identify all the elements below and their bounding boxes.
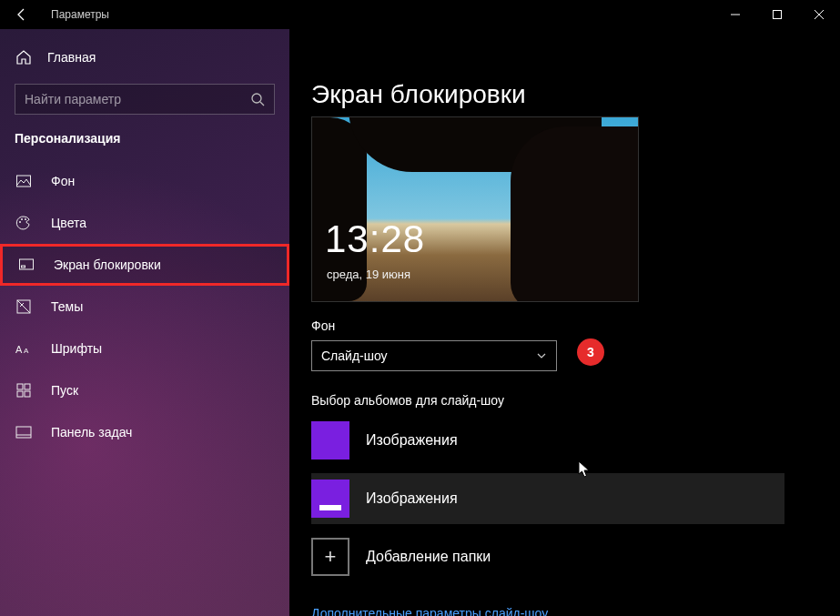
album-label: Изображения <box>366 432 458 449</box>
lockscreen-icon <box>17 257 35 273</box>
maximize-button[interactable] <box>756 0 798 29</box>
advanced-settings-link[interactable]: Дополнительные параметры слайд-шоу <box>311 606 548 616</box>
svg-rect-17 <box>16 427 31 438</box>
album-item[interactable]: Изображения <box>311 415 818 466</box>
sidebar: Главная Персонализация Фон Цвета <box>0 29 289 616</box>
home-label: Главная <box>47 50 96 65</box>
fonts-icon: AA <box>15 341 33 356</box>
svg-point-2 <box>252 94 261 103</box>
svg-rect-1 <box>774 11 782 19</box>
palette-icon <box>15 215 33 231</box>
sidebar-item-themes[interactable]: Темы <box>0 286 289 328</box>
section-title: Персонализация <box>0 131 289 160</box>
album-label: Изображения <box>366 490 458 507</box>
svg-point-7 <box>25 218 26 220</box>
svg-rect-16 <box>25 391 30 397</box>
svg-rect-14 <box>25 384 30 389</box>
sidebar-item-lockscreen[interactable]: Экран блокировки <box>0 244 289 286</box>
background-label: Фон <box>311 318 818 333</box>
dropdown-value: Слайд-шоу <box>321 348 388 363</box>
search-icon <box>250 92 265 106</box>
preview-time: 13:28 <box>325 217 425 261</box>
add-folder-button[interactable]: + Добавление папки <box>311 531 818 582</box>
sidebar-item-fonts[interactable]: AA Шрифты <box>0 328 289 369</box>
svg-rect-9 <box>22 266 25 268</box>
svg-line-3 <box>260 102 264 106</box>
svg-text:A: A <box>24 347 29 355</box>
picture-icon <box>15 173 33 189</box>
sidebar-item-label: Пуск <box>51 383 78 398</box>
taskbar-icon <box>15 426 33 439</box>
sidebar-item-label: Экран блокировки <box>54 258 161 272</box>
annotation-badge: 3 <box>577 338 604 366</box>
svg-rect-13 <box>17 384 23 389</box>
search-input-container[interactable] <box>15 84 275 115</box>
search-input[interactable] <box>25 92 250 106</box>
sidebar-item-label: Цвета <box>51 216 86 230</box>
svg-text:A: A <box>15 344 23 355</box>
svg-point-6 <box>21 218 23 220</box>
sidebar-item-label: Шрифты <box>51 341 102 356</box>
albums-label: Выбор альбомов для слайд-шоу <box>311 393 818 408</box>
page-title: Экран блокировки <box>311 80 818 109</box>
svg-rect-15 <box>17 391 23 397</box>
home-icon <box>15 49 33 66</box>
background-dropdown[interactable]: Слайд-шоу <box>311 340 557 371</box>
sidebar-item-label: Темы <box>51 299 83 314</box>
folder-thumb-icon <box>311 480 349 518</box>
window-title: Параметры <box>44 8 714 21</box>
titlebar: Параметры <box>0 0 840 29</box>
preview-date: среда, 19 июня <box>327 268 410 281</box>
start-icon <box>15 383 33 398</box>
add-folder-label: Добавление папки <box>366 549 491 565</box>
svg-rect-4 <box>17 176 31 187</box>
chevron-down-icon <box>536 350 547 361</box>
sidebar-item-label: Фон <box>51 174 75 188</box>
sidebar-item-taskbar[interactable]: Панель задач <box>0 411 289 453</box>
lockscreen-preview: 13:28 среда, 19 июня <box>311 116 639 302</box>
sidebar-item-background[interactable]: Фон <box>0 160 289 202</box>
svg-point-5 <box>19 221 21 223</box>
sidebar-item-colors[interactable]: Цвета <box>0 202 289 244</box>
close-button[interactable] <box>798 0 840 29</box>
minimize-button[interactable] <box>714 0 756 29</box>
themes-icon <box>15 298 33 315</box>
sidebar-item-start[interactable]: Пуск <box>0 369 289 411</box>
folder-thumb-icon <box>311 421 349 459</box>
back-button[interactable] <box>0 7 44 22</box>
sidebar-item-label: Панель задач <box>51 425 132 439</box>
album-item[interactable]: Изображения <box>311 473 784 524</box>
home-button[interactable]: Главная <box>0 36 289 78</box>
plus-icon: + <box>311 538 349 576</box>
